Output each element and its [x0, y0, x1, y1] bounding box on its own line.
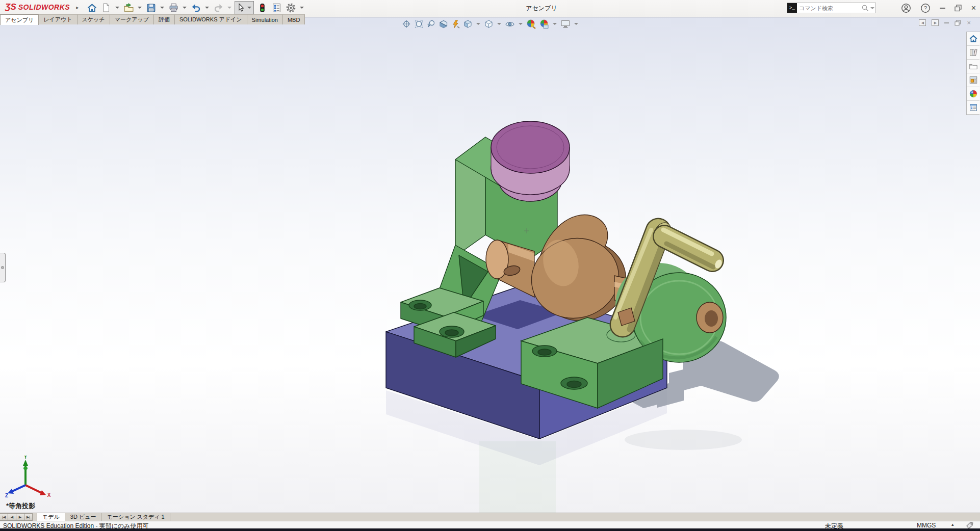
bracket-reflection [479, 441, 556, 513]
restore-button[interactable] [955, 5, 962, 12]
svg-text:?: ? [924, 5, 927, 11]
solidworks-logo: ƷS SOLIDWORKS ▸ [5, 2, 79, 12]
menu-flyout-icon[interactable]: ▸ [76, 5, 79, 10]
save-button[interactable] [145, 2, 157, 14]
tab-sketch[interactable]: スケッチ [78, 14, 110, 24]
open-button[interactable] [122, 2, 135, 14]
triad-z-label: Z [5, 493, 8, 498]
units-caret-icon[interactable]: ▴ [951, 522, 954, 527]
caret-down-icon[interactable] [205, 7, 209, 9]
caret-down-icon[interactable] [870, 7, 874, 9]
tab-addins[interactable]: SOLIDWORKS アドイン [175, 14, 247, 24]
caret-down-icon[interactable] [227, 7, 231, 9]
help-icon[interactable]: ? [920, 3, 931, 13]
tab-assembly[interactable]: アセンブリ [0, 14, 39, 25]
command-search: >_ [787, 3, 876, 13]
rebuild-button[interactable] [256, 2, 268, 14]
tab-3d-views[interactable]: 3D ビュー [65, 513, 102, 521]
tag-icon[interactable] [966, 521, 974, 529]
tab-scroll-prev-icon[interactable]: ◀ [8, 513, 16, 521]
search-icon[interactable] [861, 4, 869, 12]
tab-scroll-last-icon[interactable]: ▶| [24, 513, 33, 521]
home-button[interactable] [86, 2, 98, 14]
tab-scroll-next-icon[interactable]: ▶ [16, 513, 24, 521]
knob[interactable] [491, 121, 570, 201]
print-button[interactable] [167, 2, 179, 14]
caret-down-icon[interactable] [160, 7, 164, 9]
tab-scroll-first-icon[interactable]: |◀ [0, 513, 8, 521]
tab-simulation[interactable]: Simulation [247, 14, 283, 24]
caret-down-icon[interactable] [115, 7, 119, 9]
tab-markup[interactable]: マークアップ [110, 14, 154, 24]
shadow-reflection [625, 430, 742, 450]
redo-button[interactable] [212, 2, 224, 14]
model-crank-assembly[interactable] [0, 17, 980, 513]
window-title: アセンブリ [510, 4, 573, 13]
command-prompt-icon: >_ [787, 3, 797, 13]
solidworks-window: ƷS SOLIDWORKS ▸ [0, 0, 980, 531]
caret-down-icon[interactable] [138, 7, 142, 9]
window-controls: ? × [901, 1, 976, 15]
window-bottom-edge [0, 528, 980, 531]
tab-mbd[interactable]: MBD [283, 14, 305, 24]
model-tab-bar: |◀ ◀ ▶ ▶| モデル 3D ビュー モーション スタディ 1 [0, 513, 980, 521]
brand-text: SOLIDWORKS [18, 3, 70, 11]
caret-down-icon[interactable] [183, 7, 187, 9]
file-properties-button[interactable] [270, 2, 282, 14]
close-button[interactable]: × [971, 4, 976, 12]
triad-x-label: X [47, 492, 51, 498]
select-tool-button[interactable] [235, 1, 254, 14]
view-orientation-label: *等角投影 [6, 501, 35, 511]
options-gear-button[interactable] [285, 2, 297, 14]
new-document-button[interactable] [100, 2, 112, 14]
minimize-button[interactable] [940, 8, 945, 9]
units-selector[interactable]: MMGS [917, 522, 936, 529]
brand-mark-icon: ƷS [5, 2, 16, 12]
tab-evaluate[interactable]: 評価 [154, 14, 175, 24]
tab-layout[interactable]: レイアウト [39, 14, 77, 24]
quick-access-toolbar [86, 1, 305, 14]
undo-button[interactable] [190, 2, 202, 14]
triad-y-label: Y [24, 456, 28, 460]
caret-down-icon[interactable] [300, 7, 304, 9]
status-bar: SOLIDWORKS Education Edition - 実習にのみ使用可 … [0, 521, 980, 528]
reference-triad: Y X Z [5, 456, 51, 501]
account-icon[interactable] [901, 3, 911, 13]
search-input[interactable] [797, 5, 861, 11]
commandmanager-tabs: アセンブリ レイアウト スケッチ マークアップ 評価 SOLIDWORKS アド… [0, 14, 305, 24]
tab-model[interactable]: モデル [37, 513, 65, 521]
caret-down-icon[interactable] [247, 7, 251, 9]
tab-motion-study[interactable]: モーション スタディ 1 [101, 513, 170, 521]
graphics-area[interactable]: ◀ ▶ × [0, 17, 980, 513]
